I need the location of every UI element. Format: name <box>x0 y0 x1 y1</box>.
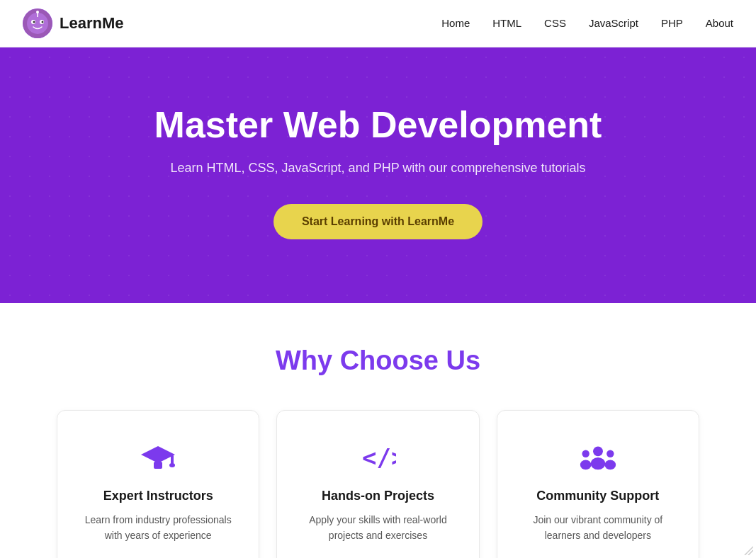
nav-item-about[interactable]: About <box>706 17 733 30</box>
navbar: LearnMe Home HTML CSS JavaScript PHP Abo… <box>0 0 756 47</box>
nav-item-css[interactable]: CSS <box>544 17 566 30</box>
svg-point-15 <box>582 450 589 457</box>
svg-point-11 <box>169 463 175 467</box>
hero-section: Master Web Development Learn HTML, CSS, … <box>0 47 756 303</box>
nav-link-javascript[interactable]: JavaScript <box>589 17 638 29</box>
svg-point-16 <box>580 460 592 469</box>
community-icon <box>519 439 677 476</box>
nav-item-home[interactable]: Home <box>441 17 470 30</box>
features-title: Why Choose Us <box>57 346 699 376</box>
resize-handle <box>743 545 753 555</box>
svg-text:</>: </> <box>362 443 396 472</box>
nav-item-php[interactable]: PHP <box>661 17 683 30</box>
feature-card-desc-instructors: Learn from industry professionals with y… <box>79 512 237 544</box>
nav-item-javascript[interactable]: JavaScript <box>589 17 638 30</box>
svg-rect-10 <box>171 455 174 465</box>
cta-button[interactable]: Start Learning with LearnMe <box>273 204 483 239</box>
logo-icon <box>23 8 52 38</box>
nav-link-home[interactable]: Home <box>441 17 470 29</box>
svg-point-13 <box>593 446 603 456</box>
svg-point-5 <box>42 21 44 23</box>
svg-marker-8 <box>141 446 175 463</box>
hero-subtitle: Learn HTML, CSS, JavaScript, and PHP wit… <box>28 161 728 176</box>
svg-point-7 <box>36 11 39 13</box>
code-icon: </> <box>298 439 457 476</box>
feature-card-title-projects: Hands-on Projects <box>298 489 457 503</box>
nav-link-html[interactable]: HTML <box>492 17 521 29</box>
logo[interactable]: LearnMe <box>23 8 123 38</box>
feature-card-desc-projects: Apply your skills with real-world projec… <box>298 512 457 544</box>
hero-title: Master Web Development <box>28 104 728 147</box>
nav-link-about[interactable]: About <box>706 17 733 29</box>
features-grid: Expert Instructors Learn from industry p… <box>57 410 699 558</box>
nav-link-php[interactable]: PHP <box>661 17 683 29</box>
nav-link-css[interactable]: CSS <box>544 17 566 29</box>
graduation-cap-icon <box>79 439 237 476</box>
nav-links: Home HTML CSS JavaScript PHP About <box>441 17 733 30</box>
feature-card-hands-on-projects: </> Hands-on Projects Apply your skills … <box>276 410 479 558</box>
feature-card-title-community: Community Support <box>519 489 677 503</box>
feature-card-title-instructors: Expert Instructors <box>79 489 237 503</box>
svg-point-18 <box>604 460 616 469</box>
svg-point-4 <box>33 21 35 23</box>
brand-name: LearnMe <box>60 14 123 33</box>
feature-card-desc-community: Join our vibrant community of learners a… <box>519 512 677 544</box>
svg-point-14 <box>590 457 605 469</box>
nav-item-html[interactable]: HTML <box>492 17 521 30</box>
features-section: Why Choose Us Expert Instructors Learn f… <box>0 303 756 558</box>
feature-card-expert-instructors: Expert Instructors Learn from industry p… <box>57 410 259 558</box>
feature-card-community-support: Community Support Join our vibrant commu… <box>497 410 699 558</box>
svg-point-17 <box>607 450 614 457</box>
svg-rect-9 <box>154 462 162 469</box>
